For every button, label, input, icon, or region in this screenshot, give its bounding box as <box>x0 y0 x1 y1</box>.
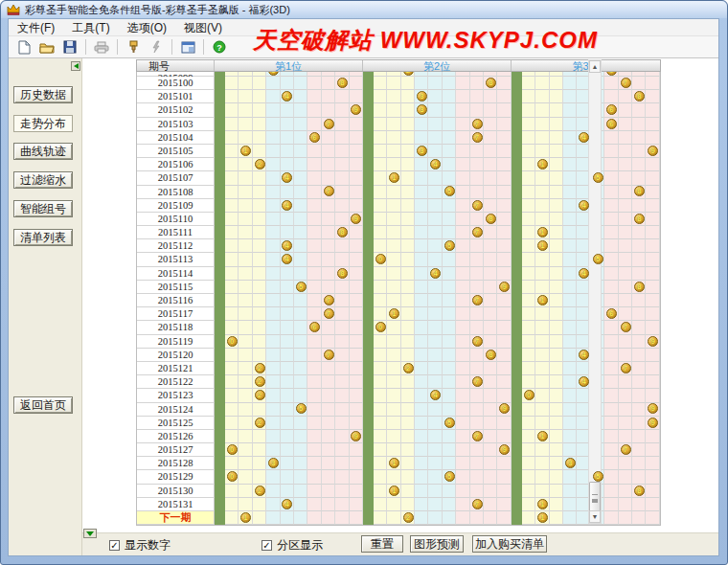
trend-row: 2015108758 <box>137 186 660 199</box>
menu-options[interactable]: 选项(O) <box>119 19 175 36</box>
digit-cell <box>322 443 335 457</box>
digit-cell <box>535 281 549 294</box>
zone-separator <box>512 307 522 321</box>
digit-cell <box>307 294 321 307</box>
digit-cell <box>456 145 469 158</box>
digit-cell <box>322 457 335 470</box>
digit-cell <box>484 457 497 470</box>
format-brush-icon[interactable] <box>124 38 143 56</box>
number-ball: 7 <box>621 363 631 373</box>
digit-cell <box>646 118 659 131</box>
scroll-up-icon[interactable]: ▲ <box>589 60 601 73</box>
digit-cell <box>497 267 511 281</box>
digit-cell <box>484 294 497 307</box>
digit-cell <box>266 403 280 417</box>
digit-cell <box>350 131 363 145</box>
digit-cell <box>563 186 577 199</box>
graphic-predict-button[interactable]: 图形预测 <box>410 535 464 553</box>
digit-cell <box>428 186 442 199</box>
digit-cell <box>456 498 469 511</box>
digit-cell <box>294 457 307 470</box>
digit-cell <box>387 362 400 375</box>
trend-row: 2015120784 <box>137 349 660 362</box>
titlebar[interactable]: 彩尊圣手智能全免条件组号版-彩尊圣手圣飙版 - 福彩(3D) <box>1 1 727 18</box>
window-preview-icon[interactable] <box>178 38 197 56</box>
sidebar-item-list[interactable]: 清单列表 <box>13 229 73 246</box>
number-ball: 8 <box>337 227 348 237</box>
digit-cell <box>253 457 266 470</box>
digit-cell <box>281 145 294 158</box>
scrollbar-thumb[interactable] <box>589 482 601 511</box>
digit-cell <box>535 470 549 484</box>
digit-cell <box>563 321 577 334</box>
scroll-down-icon[interactable]: ▼ <box>589 510 601 523</box>
digit-cell <box>484 430 497 443</box>
help-icon[interactable]: ? <box>210 38 229 56</box>
checkbox-zone-display[interactable]: ✓ 分区显示 <box>262 537 323 554</box>
open-folder-icon[interactable] <box>37 38 57 56</box>
digit-cell <box>335 186 349 199</box>
digit-cell <box>350 90 363 103</box>
number-ball: 2 <box>255 486 265 496</box>
digit-cell <box>535 171 549 185</box>
lightning-icon[interactable] <box>147 38 166 56</box>
checkbox-mark[interactable]: ✓ <box>262 540 272 551</box>
sidebar-item-trend[interactable]: 走势分布 <box>13 115 73 132</box>
menu-view[interactable]: 视图(V) <box>175 19 231 36</box>
digit-cell <box>428 131 442 145</box>
period-cell: 2015115 <box>137 281 215 294</box>
number-ball: 2 <box>255 418 265 428</box>
digit-cell <box>294 253 307 266</box>
digit-cell <box>307 267 321 281</box>
period-cell: 2015123 <box>137 389 215 402</box>
digit-cell <box>484 158 497 171</box>
menu-file[interactable]: 文件(F) <box>9 19 63 36</box>
digit-cell <box>225 403 239 417</box>
digit-cell <box>307 90 321 103</box>
sidebar-item-history[interactable]: 历史数据 <box>13 86 73 103</box>
checkbox-mark[interactable]: ✓ <box>109 540 120 551</box>
digit-cell <box>415 375 428 389</box>
sidebar-item-curve[interactable]: 曲线轨迹 <box>13 143 73 160</box>
digit-cell <box>239 213 252 226</box>
print-icon[interactable] <box>92 38 111 56</box>
digit-cell <box>604 417 618 430</box>
digit-cell <box>225 498 239 511</box>
digit-cell <box>522 281 535 294</box>
reset-button[interactable]: 重置 <box>361 535 403 553</box>
number-ball: 7 <box>621 444 631 455</box>
number-ball: 7 <box>472 119 483 129</box>
collapse-left-icon[interactable] <box>71 61 80 71</box>
digit-cell <box>563 485 577 498</box>
digit-cell <box>646 321 659 334</box>
zone-separator <box>363 335 374 349</box>
sidebar-item-home[interactable]: 返回首页 <box>13 396 73 414</box>
digit-cell <box>253 403 266 417</box>
digit-cell <box>604 239 618 253</box>
digit-cell <box>266 511 280 525</box>
digit-cell <box>239 77 252 90</box>
zone-separator <box>215 226 225 239</box>
digit-cell <box>632 226 646 239</box>
digit-cell <box>535 403 549 417</box>
digit-cell <box>239 470 252 484</box>
menu-tools[interactable]: 工具(T) <box>63 19 118 36</box>
digit-cell <box>415 294 428 307</box>
digit-cell <box>294 171 307 185</box>
digit-cell <box>401 457 415 470</box>
digit-cell <box>401 131 415 145</box>
expand-down-icon[interactable] <box>83 529 97 538</box>
checkbox-show-numbers[interactable]: ✓ 显示数字 <box>109 537 171 554</box>
vertical-scrollbar[interactable]: ▲ ▼ <box>588 59 602 524</box>
zone-separator <box>363 118 374 131</box>
zone-separator <box>512 430 522 443</box>
new-file-icon[interactable] <box>14 38 34 56</box>
digit-cell <box>484 171 497 185</box>
add-to-purchase-button[interactable]: 加入购买清单 <box>472 535 547 553</box>
save-icon[interactable] <box>60 38 80 56</box>
digit-cell <box>253 77 266 90</box>
digit-cell <box>535 90 549 103</box>
sidebar-item-smart[interactable]: 智能组号 <box>13 200 73 217</box>
sidebar-item-filter[interactable]: 过滤缩水 <box>13 171 73 189</box>
digit-cell <box>522 403 535 417</box>
